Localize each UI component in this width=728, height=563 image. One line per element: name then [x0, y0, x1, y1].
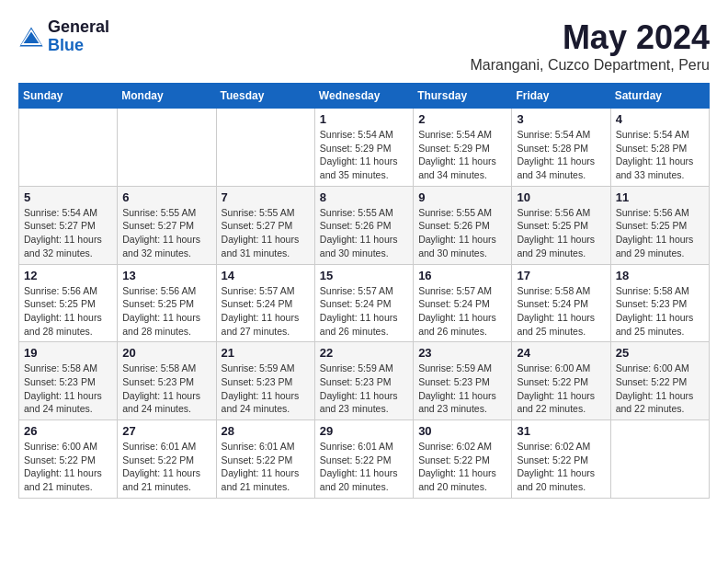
calendar-cell: 28Sunrise: 6:01 AM Sunset: 5:22 PM Dayli…	[216, 420, 314, 499]
day-info: Sunrise: 6:02 AM Sunset: 5:22 PM Dayligh…	[418, 440, 506, 494]
calendar-cell	[216, 109, 314, 187]
day-number: 6	[122, 190, 210, 204]
day-info: Sunrise: 5:56 AM Sunset: 5:25 PM Dayligh…	[122, 284, 210, 339]
calendar-cell: 10Sunrise: 5:56 AM Sunset: 5:25 PM Dayli…	[512, 186, 610, 264]
day-number: 22	[320, 346, 408, 360]
calendar-week-row: 26Sunrise: 6:00 AM Sunset: 5:22 PM Dayli…	[19, 420, 710, 499]
day-info: Sunrise: 6:00 AM Sunset: 5:22 PM Dayligh…	[24, 440, 112, 494]
calendar-cell	[19, 109, 118, 187]
day-number: 7	[222, 190, 310, 204]
calendar-cell	[610, 420, 709, 499]
calendar-header-sunday: Sunday	[19, 84, 118, 109]
logo: General Blue	[18, 18, 109, 55]
day-info: Sunrise: 5:55 AM Sunset: 5:27 PM Dayligh…	[122, 206, 210, 260]
day-number: 13	[122, 269, 210, 282]
calendar-header-monday: Monday	[118, 84, 216, 109]
calendar-cell: 23Sunrise: 5:59 AM Sunset: 5:23 PM Dayli…	[414, 342, 512, 420]
day-number: 29	[320, 424, 408, 438]
day-info: Sunrise: 6:01 AM Sunset: 5:22 PM Dayligh…	[222, 440, 310, 494]
calendar-cell: 30Sunrise: 6:02 AM Sunset: 5:22 PM Dayli…	[414, 420, 512, 499]
day-number: 14	[222, 269, 310, 282]
day-number: 1	[320, 112, 408, 126]
day-number: 4	[616, 112, 704, 126]
day-info: Sunrise: 5:56 AM Sunset: 5:25 PM Dayligh…	[24, 284, 112, 339]
calendar-cell: 13Sunrise: 5:56 AM Sunset: 5:25 PM Dayli…	[118, 264, 216, 342]
day-info: Sunrise: 5:58 AM Sunset: 5:23 PM Dayligh…	[616, 284, 704, 339]
page-header: General Blue May 2024 Marangani, Cuzco D…	[18, 18, 710, 74]
day-info: Sunrise: 5:58 AM Sunset: 5:23 PM Dayligh…	[24, 362, 112, 416]
calendar-cell: 21Sunrise: 5:59 AM Sunset: 5:23 PM Dayli…	[216, 342, 314, 420]
calendar-cell: 12Sunrise: 5:56 AM Sunset: 5:25 PM Dayli…	[19, 264, 118, 342]
calendar-cell: 20Sunrise: 5:58 AM Sunset: 5:23 PM Dayli…	[118, 342, 216, 420]
calendar-cell	[118, 109, 216, 187]
calendar-header-thursday: Thursday	[414, 84, 512, 109]
day-info: Sunrise: 5:54 AM Sunset: 5:27 PM Dayligh…	[24, 206, 112, 260]
calendar-header-row: SundayMondayTuesdayWednesdayThursdayFrid…	[19, 84, 710, 109]
logo-text: General Blue	[48, 18, 109, 55]
day-number: 28	[222, 424, 310, 438]
calendar-cell: 1Sunrise: 5:54 AM Sunset: 5:29 PM Daylig…	[314, 109, 413, 187]
day-number: 31	[517, 424, 605, 438]
day-number: 12	[24, 269, 112, 282]
day-number: 19	[24, 346, 112, 360]
day-number: 25	[616, 346, 704, 360]
calendar-cell: 22Sunrise: 5:59 AM Sunset: 5:23 PM Dayli…	[314, 342, 413, 420]
day-number: 27	[122, 424, 210, 438]
day-info: Sunrise: 5:58 AM Sunset: 5:24 PM Dayligh…	[517, 284, 605, 339]
calendar-header-wednesday: Wednesday	[314, 84, 413, 109]
calendar-cell: 25Sunrise: 6:00 AM Sunset: 5:22 PM Dayli…	[610, 342, 709, 420]
logo-general-text: General	[48, 18, 109, 37]
calendar-header-saturday: Saturday	[610, 84, 709, 109]
month-title: May 2024	[470, 18, 710, 57]
day-number: 2	[418, 112, 506, 126]
calendar-table: SundayMondayTuesdayWednesdayThursdayFrid…	[18, 83, 710, 499]
calendar-header-tuesday: Tuesday	[216, 84, 314, 109]
day-info: Sunrise: 5:55 AM Sunset: 5:27 PM Dayligh…	[222, 206, 310, 260]
day-info: Sunrise: 5:57 AM Sunset: 5:24 PM Dayligh…	[222, 284, 310, 339]
day-info: Sunrise: 5:55 AM Sunset: 5:26 PM Dayligh…	[418, 206, 506, 260]
day-number: 3	[517, 112, 605, 126]
day-number: 26	[24, 424, 112, 438]
day-number: 21	[222, 346, 310, 360]
day-number: 11	[616, 190, 704, 204]
day-info: Sunrise: 6:02 AM Sunset: 5:22 PM Dayligh…	[517, 440, 605, 494]
day-info: Sunrise: 6:00 AM Sunset: 5:22 PM Dayligh…	[517, 362, 605, 416]
day-number: 16	[418, 269, 506, 282]
calendar-cell: 18Sunrise: 5:58 AM Sunset: 5:23 PM Dayli…	[610, 264, 709, 342]
day-info: Sunrise: 5:54 AM Sunset: 5:28 PM Dayligh…	[517, 128, 605, 182]
calendar-cell: 19Sunrise: 5:58 AM Sunset: 5:23 PM Dayli…	[19, 342, 118, 420]
day-info: Sunrise: 5:54 AM Sunset: 5:29 PM Dayligh…	[320, 128, 408, 182]
calendar-cell: 11Sunrise: 5:56 AM Sunset: 5:25 PM Dayli…	[610, 186, 709, 264]
day-number: 24	[517, 346, 605, 360]
calendar-cell: 3Sunrise: 5:54 AM Sunset: 5:28 PM Daylig…	[512, 109, 610, 187]
calendar-cell: 24Sunrise: 6:00 AM Sunset: 5:22 PM Dayli…	[512, 342, 610, 420]
day-number: 8	[320, 190, 408, 204]
day-info: Sunrise: 5:56 AM Sunset: 5:25 PM Dayligh…	[517, 206, 605, 260]
calendar-week-row: 5Sunrise: 5:54 AM Sunset: 5:27 PM Daylig…	[19, 186, 710, 264]
day-info: Sunrise: 5:59 AM Sunset: 5:23 PM Dayligh…	[222, 362, 310, 416]
day-info: Sunrise: 6:00 AM Sunset: 5:22 PM Dayligh…	[616, 362, 704, 416]
day-info: Sunrise: 6:01 AM Sunset: 5:22 PM Dayligh…	[320, 440, 408, 494]
day-number: 20	[122, 346, 210, 360]
day-number: 18	[616, 269, 704, 282]
calendar-cell: 7Sunrise: 5:55 AM Sunset: 5:27 PM Daylig…	[216, 186, 314, 264]
day-info: Sunrise: 5:56 AM Sunset: 5:25 PM Dayligh…	[616, 206, 704, 260]
calendar-cell: 9Sunrise: 5:55 AM Sunset: 5:26 PM Daylig…	[414, 186, 512, 264]
calendar-header-friday: Friday	[512, 84, 610, 109]
calendar-cell: 14Sunrise: 5:57 AM Sunset: 5:24 PM Dayli…	[216, 264, 314, 342]
calendar-cell: 4Sunrise: 5:54 AM Sunset: 5:28 PM Daylig…	[610, 109, 709, 187]
calendar-cell: 6Sunrise: 5:55 AM Sunset: 5:27 PM Daylig…	[118, 186, 216, 264]
day-number: 10	[517, 190, 605, 204]
day-info: Sunrise: 5:57 AM Sunset: 5:24 PM Dayligh…	[320, 284, 408, 339]
day-number: 5	[24, 190, 112, 204]
calendar-cell: 17Sunrise: 5:58 AM Sunset: 5:24 PM Dayli…	[512, 264, 610, 342]
calendar-cell: 16Sunrise: 5:57 AM Sunset: 5:24 PM Dayli…	[414, 264, 512, 342]
calendar-week-row: 1Sunrise: 5:54 AM Sunset: 5:29 PM Daylig…	[19, 109, 710, 187]
calendar-week-row: 12Sunrise: 5:56 AM Sunset: 5:25 PM Dayli…	[19, 264, 710, 342]
day-number: 23	[418, 346, 506, 360]
day-info: Sunrise: 5:59 AM Sunset: 5:23 PM Dayligh…	[320, 362, 408, 416]
day-info: Sunrise: 5:54 AM Sunset: 5:29 PM Dayligh…	[418, 128, 506, 182]
day-info: Sunrise: 5:54 AM Sunset: 5:28 PM Dayligh…	[616, 128, 704, 182]
calendar-cell: 15Sunrise: 5:57 AM Sunset: 5:24 PM Dayli…	[314, 264, 413, 342]
calendar-cell: 26Sunrise: 6:00 AM Sunset: 5:22 PM Dayli…	[19, 420, 118, 499]
